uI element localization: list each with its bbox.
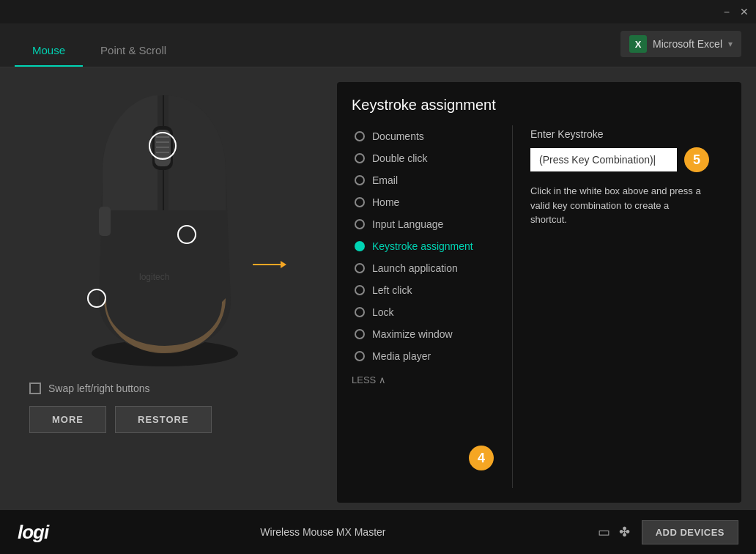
swap-checkbox[interactable] [29,383,41,394]
list-item[interactable]: Launch application [352,257,505,279]
radio-circle [355,219,365,229]
item-label: Input Language [372,218,443,230]
list-item[interactable]: Home [352,191,505,213]
battery-icon: ▭ [598,524,610,540]
chevron-down-icon: ▾ [728,39,733,49]
tab-point-scroll[interactable]: Point & Scroll [83,44,184,67]
item-label-active: Keystroke assignment [372,240,473,252]
keystroke-panel: Keystroke assignment Documents Double cl… [337,82,741,503]
mouse-illustration: logitech 4 [44,82,293,375]
minimize-button[interactable]: − [724,6,730,18]
logi-logo: logi [18,521,48,544]
item-label: Documents [372,130,424,142]
radio-circle [355,175,365,185]
radio-circle [355,307,365,317]
item-label: Email [372,174,398,186]
add-devices-button[interactable]: ADD DEVICES [642,520,738,544]
list-item[interactable]: Lock [352,301,505,323]
item-label: Maximize window [372,328,453,340]
less-button[interactable]: LESS ∧ [352,367,505,385]
keystroke-input[interactable] [530,148,677,171]
list-item[interactable]: Maximize window [352,323,505,345]
list-item-active[interactable]: Keystroke assignment [352,235,505,257]
enter-keystroke-label: Enter Keystroke [530,128,727,140]
swap-checkbox-row: Swap left/right buttons [29,383,150,394]
chevron-up-icon: ∧ [379,374,386,385]
excel-icon: X [629,35,647,53]
tab-bar: Mouse Point & Scroll X Microsoft Excel ▾ [0,23,756,67]
more-button[interactable]: MORE [29,406,106,433]
radio-circle [355,263,365,273]
radio-circle [355,351,365,361]
list-item[interactable]: Media player [352,345,505,367]
panel-title: Keystroke assignment [352,97,727,114]
step5-badge: 5 [684,147,709,172]
panel-body: Documents Double click Email Home Input … [352,125,727,488]
radio-circle [355,197,365,207]
footer-icons: ▭ ✤ [598,524,630,540]
list-item[interactable]: Double click [352,147,505,169]
radio-circle-filled [355,241,365,251]
keystroke-input-section: Enter Keystroke 5 Click in the white box… [513,125,727,488]
item-label: Double click [372,152,427,164]
title-bar: − ✕ [0,0,756,23]
help-text: Click in the white box above and press a… [530,184,706,227]
swap-label: Swap left/right buttons [48,383,150,394]
footer: logi Wireless Mouse MX Master ▭ ✤ ADD DE… [0,510,756,554]
list-section: Documents Double click Email Home Input … [352,125,513,488]
list-item[interactable]: Email [352,169,505,191]
bottom-buttons: MORE RESTORE [29,406,212,433]
list-item[interactable]: Input Language [352,213,505,235]
item-label: Launch application [372,262,458,274]
mouse-area: logitech 4 Swap left/right buttons [15,82,322,503]
app-name: Microsoft Excel [653,38,722,50]
list-item[interactable]: Documents [352,125,505,147]
main-content: logitech 4 Swap left/right buttons [0,67,756,510]
less-label: LESS [352,374,376,385]
wifi-icon: ✤ [619,524,630,540]
svg-rect-9 [99,207,111,236]
radio-circle [355,131,365,141]
item-label: Home [372,196,399,208]
step4-badge: 4 [469,446,494,470]
svg-rect-3 [155,130,171,166]
tab-mouse[interactable]: Mouse [15,44,83,67]
device-name: Wireless Mouse MX Master [48,526,597,538]
keystroke-input-wrapper: 5 [530,147,727,172]
close-button[interactable]: ✕ [740,6,749,18]
list-item[interactable]: Left click [352,279,505,301]
restore-button[interactable]: RESTORE [115,406,212,433]
svg-text:logitech: logitech [139,272,169,282]
item-label: Left click [372,284,412,296]
radio-circle [355,153,365,163]
radio-circle [355,285,365,295]
item-label: Media player [372,350,431,362]
app-selector[interactable]: X Microsoft Excel ▾ [620,31,741,57]
radio-circle [355,329,365,339]
item-label: Lock [372,306,394,318]
